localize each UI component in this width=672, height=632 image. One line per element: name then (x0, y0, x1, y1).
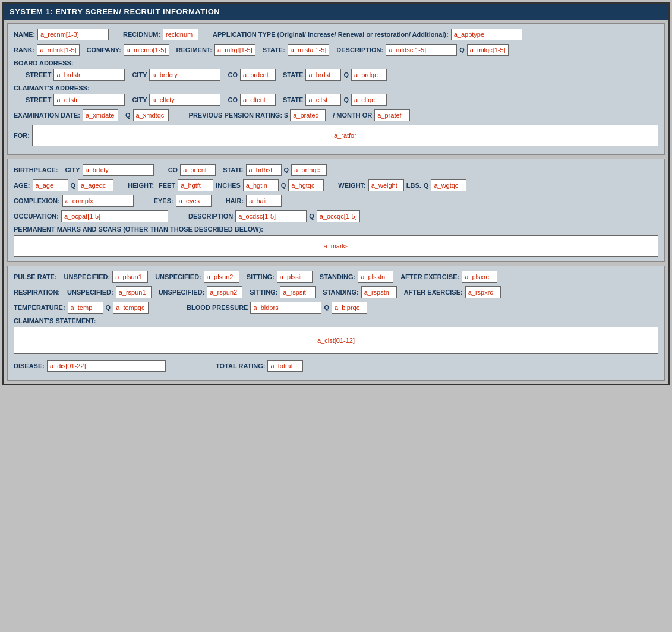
height-q-label: Q (281, 182, 286, 189)
clt-state-label: STATE (283, 96, 303, 103)
pulse-after-field[interactable]: a_plsxrc (462, 271, 497, 283)
company-field[interactable]: a_mlcmp[1-5] (124, 44, 169, 56)
apptype-field[interactable]: a_apptype (451, 29, 522, 40)
blood-field[interactable]: a_bldprs (250, 302, 321, 314)
prev-pension-field[interactable]: a_prated (290, 109, 326, 121)
total-rating-label: TOTAL RATING: (216, 362, 266, 369)
regiment-field[interactable]: a_mlrgt[1-5] (214, 44, 255, 56)
pulse-unspec1-field[interactable]: a_plsun1 (112, 271, 148, 283)
row-pulse: PULSE RATE: UNSPECIFIED: a_plsun1 UNSPEC… (14, 271, 658, 283)
name-field[interactable]: a_recnm[1-3] (37, 29, 109, 40)
brd-q-field[interactable]: a_brdqc (351, 69, 387, 81)
header-title: SYSTEM 1: ENTRY SCREEN/ RECRUIT INFORMAT… (10, 7, 220, 16)
height-q-field[interactable]: a_hgtqc (288, 179, 324, 191)
state-field[interactable]: a_mlsta[1-5] (288, 44, 330, 56)
resp-sitting-field[interactable]: a_rspsit (280, 286, 316, 298)
eyes-field[interactable]: a_eyes (176, 195, 212, 207)
rank-field[interactable]: a_mlrnk[1-5] (37, 44, 79, 56)
eyes-label: EYES: (154, 197, 173, 204)
resp-label: RESPIRATION: (14, 289, 60, 296)
resp-standing-field[interactable]: a_rspstn (361, 286, 397, 298)
temp-field[interactable]: a_temp (68, 302, 103, 314)
description-label: DESCRIPTION: (336, 46, 383, 53)
brt-city-label: CITY (65, 166, 80, 173)
brt-city-field[interactable]: a_brtcty (83, 164, 154, 176)
weight-field[interactable]: a_weight (368, 179, 404, 191)
marks-field[interactable]: a_marks (14, 235, 658, 257)
clt-city-field[interactable]: a_cltcty (149, 94, 220, 106)
apptype-label: APPLICATION TYPE (Original/ Increase/ Re… (213, 31, 449, 38)
exam-date-field[interactable]: a_xmdate (83, 109, 118, 121)
pulse-unspec2-label: UNSPECIFIED: (155, 273, 201, 280)
resp-unspec1-label: UNSPECIFIED: (67, 289, 113, 296)
row-occupation: OCCUPATION: a_ocpat[1-5] DESCRIPTION a_o… (14, 210, 658, 222)
temp-label: TEMPERATURE: (14, 304, 65, 311)
clt-co-field[interactable]: a_cltcnt (240, 94, 276, 106)
height-label: HEIGHT: (128, 182, 154, 189)
brt-state-field[interactable]: a_brthst (246, 164, 282, 176)
clt-q-label: Q (343, 96, 349, 103)
recidnum-label: RECIDNUM: (123, 31, 160, 38)
brd-street-label: STREET (26, 71, 51, 78)
row-board-address: STREET a_brdstr CITY a_brdcty CO a_brdcn… (14, 69, 658, 81)
resp-after-field[interactable]: a_rspxrc (465, 286, 501, 298)
brd-city-label: CITY (132, 71, 147, 78)
brt-co-label: CO (168, 166, 178, 173)
description-field[interactable]: a_mldsc[1-5] (386, 44, 457, 56)
section-recruit-info: NAME: a_recnm[1-3] RECIDNUM: recidnum AP… (7, 23, 665, 155)
brt-co-field[interactable]: a_brtcnt (180, 164, 216, 176)
board-address-title: BOARD ADDRESS: (14, 59, 658, 67)
exam-date-label: EXAMINATION DATE: (14, 112, 80, 119)
exam-q-field[interactable]: a_xmdtqc (133, 109, 169, 121)
brd-co-label: CO (228, 71, 238, 78)
clt-street-field[interactable]: a_cltstr (53, 94, 125, 106)
resp-sitting-label: SITTING: (250, 289, 277, 296)
pulse-unspec2-field[interactable]: a_plsun2 (204, 271, 239, 283)
month-or-label: / MONTH OR (333, 112, 372, 119)
main-container: SYSTEM 1: ENTRY SCREEN/ RECRUIT INFORMAT… (2, 2, 670, 385)
brt-q-field[interactable]: a_brthqc (291, 164, 327, 176)
recidnum-field[interactable]: recidnum (163, 29, 198, 40)
brd-co-field[interactable]: a_brdcnt (240, 69, 276, 81)
claimant-stmt-field[interactable]: a_clst[01-12] (14, 327, 658, 354)
pulse-standing-label: STANDING: (320, 273, 355, 280)
regiment-label: REGIMENT: (176, 46, 213, 53)
claimant-stmt-title: CLAIMANT'S STATEMENT: (14, 317, 658, 324)
age-field[interactable]: a_age (33, 179, 68, 191)
brd-state-field[interactable]: a_brdst (305, 69, 341, 81)
weight-q-label: Q (424, 182, 429, 189)
brt-state-label: STATE (223, 166, 243, 173)
claimant-address-title: CLAIMANT'S ADDRESS: (14, 84, 658, 91)
pulse-unspec1-label: UNSPECIFIED: (64, 273, 111, 280)
occ-desc-field[interactable]: a_ocdsc[1-5] (235, 210, 307, 222)
row-temp-blood: TEMPERATURE: a_temp Q a_tempqc BLOOD PRE… (14, 302, 658, 314)
lbs-label: LBS. (406, 182, 421, 189)
weight-q-field[interactable]: a_wgtqc (431, 179, 466, 191)
exam-q-label: Q (125, 112, 131, 119)
q-field[interactable]: a_milqc[1-5] (467, 44, 509, 56)
for-field[interactable]: a_ratfor (32, 125, 658, 146)
pulse-sitting-field[interactable]: a_plssit (277, 271, 313, 283)
clt-q-field[interactable]: a_cltqc (351, 94, 387, 106)
disease-field[interactable]: a_dis[01-22] (47, 360, 166, 372)
hair-field[interactable]: a_hair (246, 195, 282, 207)
resp-unspec2-field[interactable]: a_rspun2 (207, 286, 242, 298)
blood-q-field[interactable]: a_blprqc (332, 302, 367, 314)
brd-city-field[interactable]: a_brdcty (149, 69, 220, 81)
clt-state-field[interactable]: a_cltst (305, 94, 341, 106)
brt-q-label: Q (284, 166, 289, 173)
inches-field[interactable]: a_hgtin (243, 179, 279, 191)
complexion-field[interactable]: a_complx (62, 195, 134, 207)
pulse-standing-field[interactable]: a_plsstn (358, 271, 393, 283)
total-rating-field[interactable]: a_totrat (267, 360, 303, 372)
month-or-field[interactable]: a_pratef (374, 109, 410, 121)
occupation-field[interactable]: a_ocpat[1-5] (61, 210, 168, 222)
occ-q-field[interactable]: a_occqc[1-5] (317, 210, 360, 222)
resp-unspec1-field[interactable]: a_rspun1 (116, 286, 152, 298)
brd-street-field[interactable]: a_brdstr (53, 69, 125, 81)
temp-q-field[interactable]: a_tempqc (113, 302, 149, 314)
row-age-height-weight: AGE: a_age Q a_ageqc HEIGHT: FEET a_hgtf… (14, 179, 658, 191)
occ-q-label: Q (309, 213, 314, 220)
age-q-field[interactable]: a_ageqc (78, 179, 113, 191)
feet-field[interactable]: a_hgtft (178, 179, 213, 191)
